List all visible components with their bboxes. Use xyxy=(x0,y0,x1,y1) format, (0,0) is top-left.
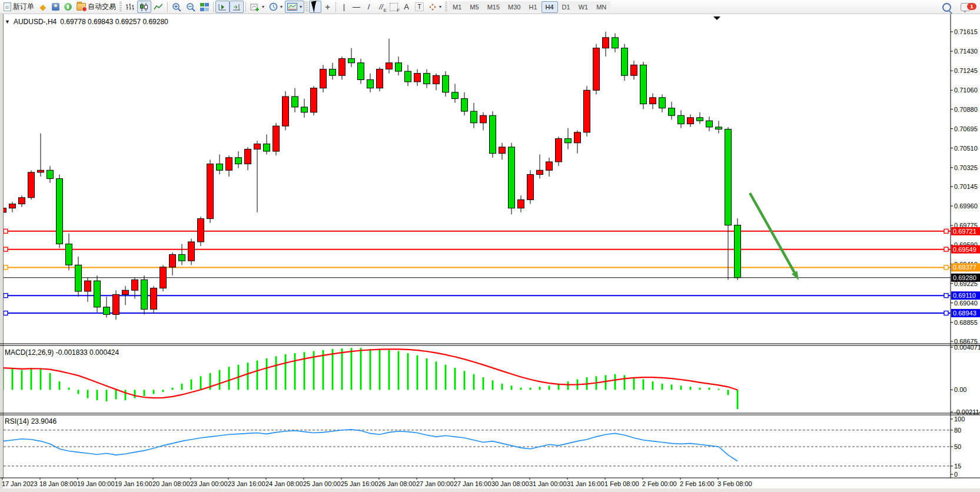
chart-window[interactable]: 0.716150.714300.712450.710600.708800.706… xyxy=(0,14,980,492)
macd-histogram-bar xyxy=(275,356,277,390)
text-button[interactable]: A xyxy=(400,1,413,13)
period-button[interactable]: ▾ xyxy=(267,1,285,13)
line-chart-button[interactable] xyxy=(151,1,165,13)
candle xyxy=(57,179,63,244)
macd-histogram-bar xyxy=(247,363,249,390)
candle xyxy=(669,108,675,116)
crosshair-icon: + xyxy=(325,3,330,11)
line-handle[interactable] xyxy=(944,247,948,251)
macd-histogram-bar xyxy=(699,388,701,390)
notification-badge: 1 xyxy=(967,3,976,10)
new-chart-icon xyxy=(250,3,260,11)
dropdown-caret-icon: ▾ xyxy=(300,4,302,9)
svg-text:17 Jan 2023: 17 Jan 2023 xyxy=(2,480,38,487)
search-icon xyxy=(942,3,951,12)
candle xyxy=(179,254,185,261)
indicators-button[interactable]: ◆ xyxy=(36,1,49,13)
cursor-icon xyxy=(311,1,319,13)
svg-text:15: 15 xyxy=(954,463,961,470)
horizontal-line-button[interactable]: — xyxy=(350,1,363,13)
line-handle[interactable] xyxy=(4,294,8,298)
macd-histogram-bar xyxy=(727,390,729,395)
svg-text:0.71615: 0.71615 xyxy=(954,28,978,35)
line-handle[interactable] xyxy=(4,229,8,233)
macd-histogram-bar xyxy=(162,390,164,392)
candle xyxy=(226,158,232,170)
line-handle[interactable] xyxy=(944,229,948,233)
candle xyxy=(28,172,35,198)
text-label-button[interactable]: T xyxy=(413,1,426,13)
dropdown-caret-icon: ▾ xyxy=(439,4,441,9)
timeframe-mn[interactable]: MN xyxy=(592,1,610,13)
candle xyxy=(499,147,506,154)
candle xyxy=(565,139,572,143)
candle xyxy=(622,48,628,76)
toolbar-grip xyxy=(445,2,447,12)
crosshair-button[interactable]: + xyxy=(321,1,334,13)
candle xyxy=(38,170,44,172)
auto-scroll-icon xyxy=(232,3,241,11)
candle xyxy=(292,97,298,107)
zoom-out-button[interactable] xyxy=(184,1,198,13)
channel-button[interactable]: // xyxy=(375,1,387,13)
timeframe-h1[interactable]: H1 xyxy=(524,1,541,13)
market-signals-button[interactable] xyxy=(62,1,74,13)
timeframe-m15[interactable]: M15 xyxy=(483,1,504,13)
search-button[interactable] xyxy=(940,1,954,14)
chart-canvas[interactable]: 0.716150.714300.712450.710600.708800.706… xyxy=(0,14,980,492)
arrows-button[interactable]: ▾ xyxy=(426,1,444,13)
auto-trading-button[interactable]: 自动交易 xyxy=(74,1,118,13)
timeframe-w1[interactable]: W1 xyxy=(574,1,593,13)
candle xyxy=(584,90,590,132)
svg-text:31 Jan 00:00: 31 Jan 00:00 xyxy=(529,480,567,487)
new-chart-button[interactable]: ▾ xyxy=(248,1,267,13)
timeframe-h4[interactable]: H4 xyxy=(542,1,558,13)
cursor-button[interactable] xyxy=(309,1,321,13)
tile-windows-button[interactable] xyxy=(198,1,211,13)
svg-text:0.69377: 0.69377 xyxy=(953,264,976,271)
macd-histogram-bar xyxy=(191,380,192,390)
candle xyxy=(330,69,336,76)
macd-histogram-bar xyxy=(153,390,155,394)
macd-histogram-bar xyxy=(21,370,23,390)
line-handle[interactable] xyxy=(4,311,8,315)
macd-histogram-bar xyxy=(445,365,447,390)
line-handle[interactable] xyxy=(944,311,948,315)
chart-dropdown-icon[interactable]: ▼ xyxy=(5,19,10,25)
trendline-button[interactable]: / xyxy=(363,1,375,13)
metaeditor-button[interactable] xyxy=(49,1,62,13)
zoom-out-icon xyxy=(186,2,195,12)
vertical-line-button[interactable]: | xyxy=(338,1,350,13)
candle xyxy=(574,132,581,143)
ohlc-bars-icon xyxy=(125,3,135,11)
macd-histogram-bar xyxy=(614,374,616,390)
svg-text:0.69960: 0.69960 xyxy=(954,202,978,210)
svg-text:80: 80 xyxy=(954,427,961,434)
notifications-button[interactable]: 1 xyxy=(958,1,973,14)
candlestick-chart-button[interactable] xyxy=(137,1,151,13)
zoom-in-button[interactable] xyxy=(170,1,184,13)
templates-button[interactable]: ▾ xyxy=(285,1,304,13)
dropdown-caret-icon: ▾ xyxy=(280,4,283,9)
line-handle[interactable] xyxy=(944,265,948,270)
svg-text:19 Jan 00:00: 19 Jan 00:00 xyxy=(77,480,115,487)
chart-shift-button[interactable] xyxy=(215,1,230,13)
bar-chart-button[interactable] xyxy=(123,1,137,13)
svg-text:0.69721: 0.69721 xyxy=(953,228,976,235)
fibonacci-button[interactable] xyxy=(387,1,400,13)
line-handle[interactable] xyxy=(944,294,948,298)
auto-scroll-button[interactable] xyxy=(230,1,244,13)
svg-text:0.004071: 0.004071 xyxy=(954,344,980,351)
line-handle[interactable] xyxy=(4,265,8,270)
new-order-button[interactable]: 新订单 xyxy=(1,1,36,13)
line-handle[interactable] xyxy=(4,247,8,251)
rsi-indicator-label: RSI(14) 23.9046 xyxy=(5,417,57,425)
svg-text:0.69040: 0.69040 xyxy=(954,300,978,307)
candle xyxy=(650,98,656,104)
candle xyxy=(452,92,459,99)
timeframe-d1[interactable]: D1 xyxy=(558,1,574,13)
timeframe-m30[interactable]: M30 xyxy=(504,1,524,13)
timeframe-m1[interactable]: M1 xyxy=(449,1,466,13)
indicator-diamond-icon: ◆ xyxy=(39,3,47,11)
timeframe-m5[interactable]: M5 xyxy=(466,1,483,13)
